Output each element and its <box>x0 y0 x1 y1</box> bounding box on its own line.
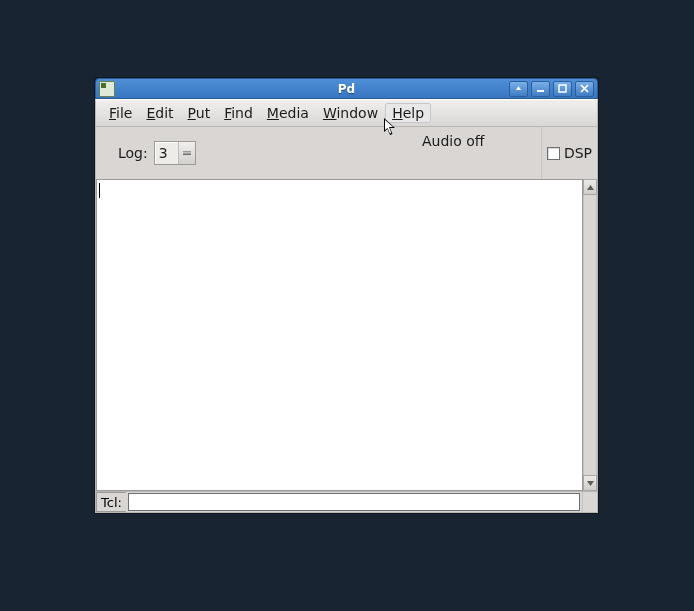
window-controls <box>509 81 597 97</box>
maximize-icon[interactable] <box>553 81 572 97</box>
pd-main-window: Pd File Edit Put Find Media Window Help <box>95 78 598 513</box>
log-level-value: 3 <box>155 145 178 161</box>
dropdown-icon <box>178 142 195 164</box>
vertical-scrollbar[interactable] <box>583 179 597 491</box>
tcl-row: Tcl: <box>95 492 598 513</box>
menu-put[interactable]: Put <box>181 103 218 123</box>
svg-rect-0 <box>537 90 544 92</box>
console-area <box>95 179 598 492</box>
dsp-label: DSP <box>564 145 592 161</box>
close-icon[interactable] <box>575 81 594 97</box>
scroll-down-icon[interactable] <box>583 475 597 491</box>
svg-rect-3 <box>183 154 191 156</box>
log-label: Log: <box>118 145 148 161</box>
log-group: Log: 3 <box>118 141 196 165</box>
dsp-group: DSP <box>541 127 597 179</box>
menu-file[interactable]: File <box>102 103 139 123</box>
toolbar: Log: 3 Audio off DSP <box>95 127 598 179</box>
menubar: File Edit Put Find Media Window Help <box>95 99 598 127</box>
log-level-select[interactable]: 3 <box>154 141 196 165</box>
svg-rect-2 <box>183 151 191 153</box>
app-icon <box>99 81 115 97</box>
scroll-track[interactable] <box>583 195 597 475</box>
console-textarea[interactable] <box>96 179 583 491</box>
dsp-checkbox[interactable] <box>547 147 560 160</box>
tcl-input[interactable] <box>128 493 580 511</box>
tcl-scroll-gap <box>582 492 597 512</box>
tcl-label: Tcl: <box>96 492 126 512</box>
menu-find[interactable]: Find <box>217 103 260 123</box>
titlebar[interactable]: Pd <box>95 78 598 99</box>
menu-media[interactable]: Media <box>260 103 316 123</box>
text-caret <box>99 183 100 198</box>
menu-help[interactable]: Help <box>385 103 431 123</box>
scroll-up-icon[interactable] <box>583 179 597 195</box>
svg-rect-1 <box>559 85 566 92</box>
shade-icon[interactable] <box>509 81 528 97</box>
audio-status: Audio off <box>422 133 484 149</box>
menu-edit[interactable]: Edit <box>139 103 180 123</box>
minimize-icon[interactable] <box>531 81 550 97</box>
menu-window[interactable]: Window <box>316 103 385 123</box>
